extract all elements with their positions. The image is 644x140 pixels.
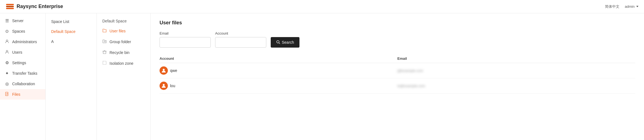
account-label: Account — [215, 31, 266, 35]
search-icon — [276, 40, 280, 45]
sidebar3-breadcrumb: Default Space — [102, 19, 127, 23]
sidebar2-item-label: Default Space — [51, 29, 75, 34]
svg-point-11 — [163, 84, 165, 86]
collaboration-icon: ◎ — [4, 81, 9, 86]
chevron-down-icon — [636, 6, 638, 7]
isolation-zone-icon — [102, 61, 107, 66]
sidebar3-item-user-files[interactable]: User files — [97, 25, 150, 36]
email-form-group: Email — [160, 31, 211, 48]
sidebar-item-label: Users — [12, 50, 22, 55]
svg-rect-1 — [6, 6, 14, 7]
sidebar-item-files[interactable]: Files — [0, 89, 45, 100]
recycle-bin-icon — [102, 50, 107, 55]
col-account: Account — [160, 56, 397, 61]
sidebar2-item-space-list[interactable]: Space List — [46, 17, 97, 27]
sidebar-item-users[interactable]: Users — [0, 47, 45, 58]
sidebar: ☰ Server ⊙ Spaces Administrators Users ⚙… — [0, 13, 46, 140]
sidebar-item-label: Files — [12, 92, 20, 97]
search-form: Email Account Search — [160, 31, 635, 48]
email-input[interactable] — [160, 37, 211, 48]
sidebar-item-spaces[interactable]: ⊙ Spaces — [0, 26, 45, 37]
sidebar2-item-label: A — [51, 39, 54, 44]
account-name: qwe — [170, 68, 177, 73]
search-button[interactable]: Search — [271, 37, 299, 48]
table-row: lou lo@example.com — [160, 78, 635, 94]
logo-icon — [6, 3, 14, 11]
email-value: j@example.com — [397, 68, 635, 73]
sidebar3-item-isolation-zone[interactable]: Isolation zone — [97, 58, 150, 69]
email-value: lo@example.com — [397, 84, 635, 88]
sidebar3-item-group-folder[interactable]: Group folder — [97, 36, 150, 47]
header: Raysync Enterprise 简体中文 admin — [0, 0, 644, 13]
svg-point-6 — [104, 41, 105, 42]
email-blurred: j@example.com — [397, 69, 423, 73]
users-icon — [4, 50, 9, 55]
page-title: User files — [160, 20, 635, 26]
language-selector[interactable]: 简体中文 — [605, 4, 619, 9]
search-button-label: Search — [282, 40, 294, 45]
transfer-icon: ✦ — [4, 71, 9, 76]
sidebar-item-transfer-tasks[interactable]: ✦ Transfer Tasks — [0, 68, 45, 79]
sidebar3-item-label: Group folder — [109, 40, 131, 44]
sidebar3-item-recycle-bin[interactable]: Recycle bin — [97, 47, 150, 58]
sidebar3-item-label: Isolation zone — [109, 61, 133, 66]
sidebar3-header: Default Space — [97, 17, 150, 25]
sidebar-item-collaboration[interactable]: ◎ Collaboration — [0, 79, 45, 89]
main-layout: ☰ Server ⊙ Spaces Administrators Users ⚙… — [0, 13, 644, 140]
admin-label: admin — [625, 4, 635, 9]
avatar — [160, 82, 168, 90]
sidebar2-item-label: Space List — [51, 19, 69, 24]
table-header: Account Email — [160, 54, 635, 63]
sidebar-item-label: Transfer Tasks — [12, 71, 37, 76]
svg-point-4 — [6, 50, 8, 52]
sidebar2-item-a[interactable]: A — [46, 37, 97, 46]
sidebar-item-label: Spaces — [12, 29, 25, 33]
svg-rect-7 — [103, 51, 106, 54]
sidebar2: Space List Default Space A — [46, 13, 97, 140]
user-files-icon — [102, 28, 107, 33]
admin-dropdown[interactable]: admin — [625, 4, 638, 9]
sidebar-item-label: Settings — [12, 61, 26, 65]
avatar — [160, 66, 168, 75]
main-content: User files Email Account Search Account … — [151, 13, 644, 140]
group-folder-icon — [102, 39, 107, 44]
sidebar3-item-label: User files — [109, 29, 126, 33]
sidebar2-item-default-space[interactable]: Default Space — [46, 27, 97, 37]
sidebar3-item-label: Recycle bin — [109, 50, 129, 55]
svg-point-3 — [6, 40, 8, 42]
email-label: Email — [160, 31, 211, 35]
svg-point-10 — [163, 69, 165, 71]
files-icon — [4, 92, 9, 97]
admin-icon — [4, 39, 9, 44]
email-blurred: lo@example.com — [397, 84, 425, 88]
svg-rect-8 — [103, 61, 106, 64]
sidebar-item-server[interactable]: ☰ Server — [0, 15, 45, 26]
user-cell: qwe — [160, 66, 397, 75]
sidebar-item-label: Collaboration — [12, 82, 35, 86]
sidebar-item-settings[interactable]: ⚙ Settings — [0, 58, 45, 68]
account-form-group: Account — [215, 31, 266, 48]
col-email: Email — [397, 56, 635, 61]
logo: Raysync Enterprise — [6, 3, 63, 11]
user-cell: lou — [160, 82, 397, 90]
svg-rect-0 — [6, 8, 14, 9]
logo-text: Raysync Enterprise — [17, 4, 63, 9]
svg-rect-2 — [6, 4, 14, 5]
account-name: lou — [170, 84, 175, 88]
sidebar-item-label: Administrators — [12, 40, 37, 44]
header-right: 简体中文 admin — [605, 4, 638, 9]
sidebar-item-label: Server — [12, 19, 24, 23]
sidebar-item-administrators[interactable]: Administrators — [0, 37, 45, 47]
spaces-icon: ⊙ — [4, 29, 9, 34]
server-icon: ☰ — [4, 18, 9, 23]
sidebar3: Default Space User files Group folder Re… — [97, 13, 151, 140]
settings-icon: ⚙ — [4, 60, 9, 65]
table-row: qwe j@example.com — [160, 63, 635, 78]
account-input[interactable] — [215, 37, 266, 48]
